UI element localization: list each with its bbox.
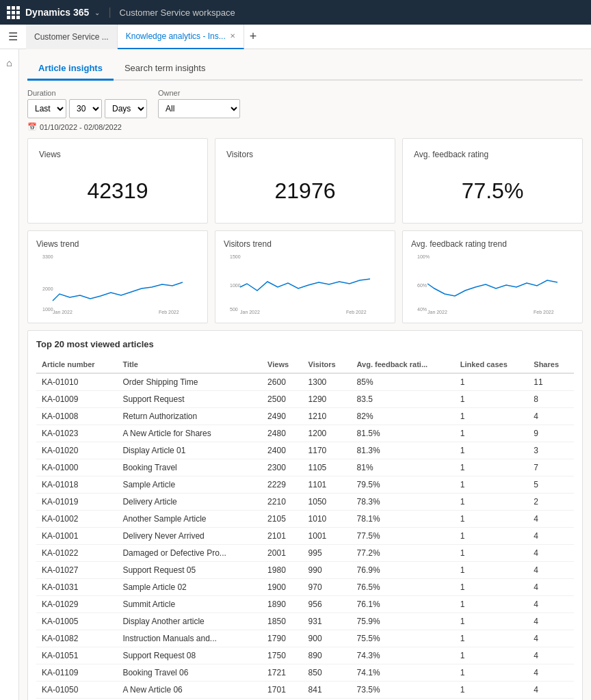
cell-col-0: KA-01022 [36,545,117,562]
cell-col-6: 11 [528,373,574,391]
cell-col-3: 1050 [303,494,352,511]
duration-value-select[interactable]: 30 [69,99,102,118]
app-chevron-icon: ⌄ [94,9,100,16]
cell-col-3: 970 [303,579,352,596]
cell-col-5: 1 [455,545,529,562]
chart-visitors-title: Visitors trend [224,239,386,249]
kpi-row: Views 42319 Visitors 21976 Avg. feedback… [27,138,583,224]
table-row[interactable]: KA-01000Booking Travel2300110581%17 [36,459,574,476]
cell-col-5: 1 [455,476,529,494]
tab-customer-service[interactable]: Customer Service ... [26,25,118,49]
cell-col-5: 1 [455,630,529,647]
cell-col-6: 2 [528,494,574,511]
tab-search-term-insights[interactable]: Search term insights [114,57,217,81]
table-row[interactable]: KA-01019Delivery Article2210105078.3%12 [36,494,574,511]
cell-col-4: 78.3% [352,494,455,511]
cell-col-5: 1 [455,682,529,699]
cell-col-1: Booking Travel [117,459,262,476]
cell-col-0: KA-01029 [36,596,117,613]
cell-col-0: KA-01082 [36,630,117,647]
cell-col-1: Delivery Never Arrived [117,528,262,545]
cell-col-0: KA-01050 [36,682,117,699]
svg-text:60%: 60% [417,283,427,288]
cell-col-4: 75.9% [352,613,455,630]
chart-visitors-trend: Visitors trend 1500 1000 500 Jan 2022 Fe… [215,230,395,323]
tab-article-insights[interactable]: Article insights [27,57,114,81]
cell-col-5: 1 [455,613,529,630]
cell-col-6: 8 [528,391,574,408]
chart-views-area: 3300 2000 1000 Jan 2022 Feb 2022 [36,253,199,314]
svg-text:Jan 2022: Jan 2022 [53,310,73,314]
table-row[interactable]: KA-01010Order Shipping Time2600130085%11… [36,373,574,391]
main-container: ⌂ Article insights Search term insights … [0,49,591,700]
cell-col-1: Delivery Article [117,494,262,511]
cell-col-1: Display Another article [117,613,262,630]
owner-select[interactable]: All [158,99,240,118]
cell-col-2: 2105 [262,511,302,528]
cell-col-3: 1290 [303,391,352,408]
cell-col-5: 1 [455,425,529,442]
cell-col-0: KA-01010 [36,373,117,391]
cell-col-4: 76.5% [352,579,455,596]
cell-col-2: 2490 [262,408,302,425]
table-row[interactable]: KA-01022Damaged or Defective Pro...20019… [36,545,574,562]
cell-col-1: Support Request [117,391,262,408]
table-row[interactable]: KA-01023A New Article for Shares24801200… [36,425,574,442]
table-row[interactable]: KA-01109Booking Travel 06172185074.1%14 [36,664,574,682]
cell-col-0: KA-01051 [36,647,117,664]
cell-col-1: Damaged or Defective Pro... [117,545,262,562]
tab-add-icon[interactable]: + [244,29,263,44]
cell-col-5: 1 [455,528,529,545]
calendar-icon: 📅 [27,122,37,131]
cell-col-1: Sample Article 02 [117,579,262,596]
table-row[interactable]: KA-01029Summit Article189095676.1%14 [36,596,574,613]
cell-col-6: 4 [528,545,574,562]
hamburger-icon[interactable]: ☰ [5,27,21,46]
cell-col-6: 4 [528,511,574,528]
table-row[interactable]: KA-01082Instruction Manuals and...179090… [36,630,574,647]
duration-type-select[interactable]: Last [27,99,66,118]
home-icon[interactable]: ⌂ [3,55,14,71]
cell-col-5: 1 [455,562,529,579]
chart-visitors-area: 1500 1000 500 Jan 2022 Feb 2022 [224,253,386,314]
svg-text:Jan 2022: Jan 2022 [428,310,447,314]
table-row[interactable]: KA-01001Delivery Never Arrived2101100177… [36,528,574,545]
kpi-feedback-value: 77.5% [414,170,571,212]
svg-text:1500: 1500 [230,254,241,259]
cell-col-5: 1 [455,442,529,459]
table-row[interactable]: KA-01027Support Request 05198099076.9%14 [36,562,574,579]
cell-col-5: 1 [455,391,529,408]
table-row[interactable]: KA-01009Support Request2500129083.518 [36,391,574,408]
cell-col-6: 4 [528,596,574,613]
duration-unit-select[interactable]: Days [105,99,147,118]
cell-col-6: 4 [528,579,574,596]
svg-text:Feb 2022: Feb 2022 [346,310,367,314]
apps-icon[interactable] [7,6,20,19]
table-row[interactable]: KA-01020Display Article 012400117081.3%1… [36,442,574,459]
cell-col-6: 4 [528,647,574,664]
table-row[interactable]: KA-01005Display Another article185093175… [36,613,574,630]
kpi-views: Views 42319 [27,138,208,224]
kpi-feedback-title: Avg. feedback rating [414,150,571,159]
tab-knowledge-analytics[interactable]: Knowledge analytics - Ins... ✕ [118,25,244,49]
cell-col-3: 1200 [303,425,352,442]
kpi-views-title: Views [39,150,196,159]
chart-row: Views trend 3300 2000 1000 Jan 2022 Feb … [27,230,583,323]
table-row[interactable]: KA-01002Another Sample Article2105101078… [36,511,574,528]
kpi-visitors-title: Visitors [226,150,384,159]
tab-close-icon[interactable]: ✕ [230,32,235,40]
cell-col-3: 1010 [303,511,352,528]
table-row[interactable]: KA-01018Sample Article2229110179.5%15 [36,476,574,494]
cell-col-3: 995 [303,545,352,562]
cell-col-0: KA-01027 [36,562,117,579]
cell-col-2: 1721 [262,664,302,682]
table-row[interactable]: KA-01050A New Article 06170184173.5%14 [36,682,574,699]
cell-col-0: KA-01018 [36,476,117,494]
cell-col-0: KA-01002 [36,511,117,528]
cell-col-3: 1300 [303,373,352,391]
table-row[interactable]: KA-01008Return Authorization2490121082%1… [36,408,574,425]
table-row[interactable]: KA-01051Support Request 08175089074.3%14 [36,647,574,664]
cell-col-0: KA-01023 [36,425,117,442]
cell-col-3: 900 [303,630,352,647]
table-row[interactable]: KA-01031Sample Article 02190097076.5%14 [36,579,574,596]
